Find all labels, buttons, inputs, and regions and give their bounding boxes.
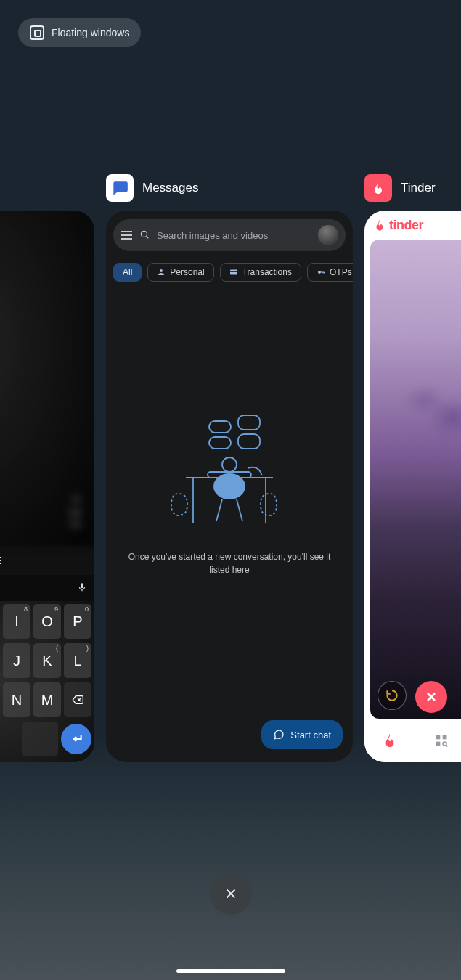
key-m[interactable]: M bbox=[33, 682, 61, 717]
key-option[interactable] bbox=[22, 722, 58, 756]
floating-window-icon bbox=[30, 25, 44, 40]
rewind-button[interactable] bbox=[378, 681, 407, 710]
svg-rect-14 bbox=[238, 434, 260, 449]
search-icon bbox=[139, 229, 150, 242]
svg-rect-15 bbox=[436, 735, 441, 740]
nav-flame-icon[interactable] bbox=[382, 732, 398, 751]
tinder-app-icon[interactable] bbox=[364, 174, 392, 202]
tinder-action-row bbox=[370, 681, 461, 713]
start-chat-button[interactable]: Start chat bbox=[261, 720, 343, 749]
keyboard[interactable]: 7U 8I 9O 0P J (K )L N M bbox=[0, 601, 94, 762]
keyboard-suggestion-bar: t... bbox=[0, 575, 94, 601]
key-n[interactable]: N bbox=[3, 682, 30, 717]
editor-content-blurred: at, ass rob bbox=[0, 211, 94, 546]
svg-point-18 bbox=[443, 742, 446, 746]
svg-point-9 bbox=[213, 473, 245, 499]
key-i[interactable]: 8I bbox=[3, 604, 30, 639]
nav-explore-icon[interactable] bbox=[434, 733, 449, 751]
hamburger-icon[interactable] bbox=[121, 231, 132, 240]
messages-app-icon[interactable] bbox=[106, 174, 134, 202]
filter-chips-row: All Personal Transactions OTPs bbox=[106, 257, 353, 282]
start-chat-label: Start chat bbox=[290, 730, 331, 740]
app-card-tinder[interactable]: Tinder tinder Skinca bbox=[364, 174, 461, 762]
key-k[interactable]: (K bbox=[33, 643, 61, 678]
floating-windows-label: Floating windows bbox=[52, 27, 129, 38]
app-card-editor[interactable]: . at, ass rob ▼ bbox=[0, 174, 94, 762]
chip-otps[interactable]: OTPs bbox=[307, 263, 353, 282]
empty-illustration-icon bbox=[157, 407, 302, 537]
list-icon[interactable] bbox=[0, 557, 1, 564]
svg-rect-12 bbox=[209, 437, 231, 449]
svg-rect-17 bbox=[436, 742, 441, 746]
chip-transactions[interactable]: Transactions bbox=[220, 263, 301, 282]
key-p[interactable]: 0P bbox=[64, 604, 91, 639]
svg-rect-11 bbox=[209, 421, 231, 433]
avatar[interactable] bbox=[318, 225, 338, 245]
key-l[interactable]: )L bbox=[64, 643, 91, 678]
chat-bubble-icon bbox=[273, 729, 285, 740]
app-card-messages[interactable]: Messages Search images and videos All Pe… bbox=[106, 174, 353, 762]
tinder-bottom-nav bbox=[364, 722, 461, 762]
tinder-app-title: Tinder bbox=[401, 181, 436, 195]
messages-app-title: Messages bbox=[142, 181, 198, 195]
chip-personal[interactable]: Personal bbox=[147, 263, 213, 282]
key-backspace[interactable] bbox=[64, 682, 91, 717]
search-placeholder: Search images and videos bbox=[157, 230, 311, 241]
search-bar[interactable]: Search images and videos bbox=[113, 219, 346, 251]
nope-button[interactable] bbox=[415, 681, 447, 713]
editor-toolbar: ▼ bbox=[0, 546, 94, 575]
svg-rect-16 bbox=[443, 735, 447, 740]
empty-state-text: Once you've started a new conversation, … bbox=[123, 550, 335, 576]
close-icon bbox=[223, 886, 239, 902]
tinder-flame-icon bbox=[373, 219, 386, 232]
empty-state: Once you've started a new conversation, … bbox=[106, 407, 353, 576]
recents-row: . at, ass rob ▼ bbox=[0, 174, 461, 762]
tinder-profile-photo[interactable]: Skinca bbox=[370, 240, 461, 719]
svg-rect-2 bbox=[230, 271, 237, 273]
svg-rect-13 bbox=[238, 415, 260, 430]
home-indicator[interactable] bbox=[176, 969, 285, 973]
svg-point-0 bbox=[141, 231, 147, 237]
mic-icon[interactable] bbox=[77, 582, 87, 595]
svg-line-19 bbox=[446, 746, 448, 747]
tinder-header: tinder bbox=[364, 211, 461, 240]
key-j[interactable]: J bbox=[3, 643, 30, 678]
tinder-brand-label: tinder bbox=[389, 218, 423, 233]
floating-windows-button[interactable]: Floating windows bbox=[18, 18, 141, 47]
key-o[interactable]: 9O bbox=[33, 604, 61, 639]
key-enter[interactable] bbox=[61, 724, 91, 754]
close-all-button[interactable] bbox=[210, 873, 252, 915]
chip-all[interactable]: All bbox=[113, 263, 142, 282]
svg-point-10 bbox=[222, 457, 237, 472]
svg-point-3 bbox=[318, 271, 320, 274]
